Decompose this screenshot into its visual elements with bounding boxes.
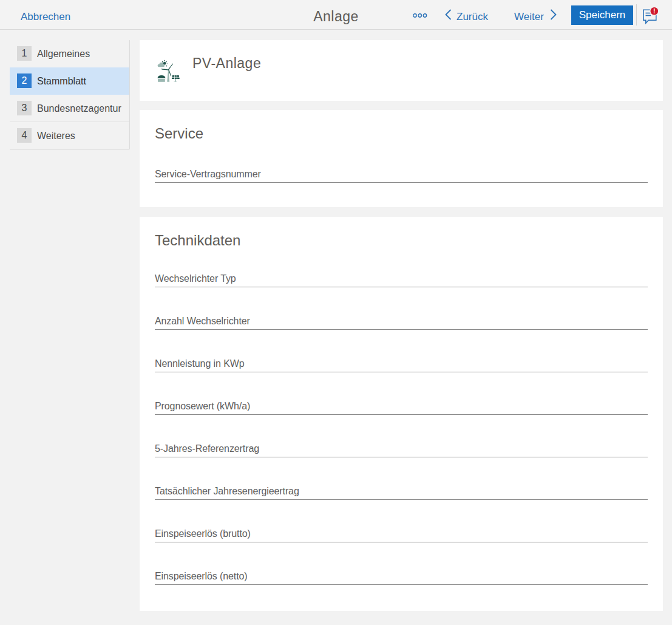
svg-text:!: ! (653, 7, 656, 15)
